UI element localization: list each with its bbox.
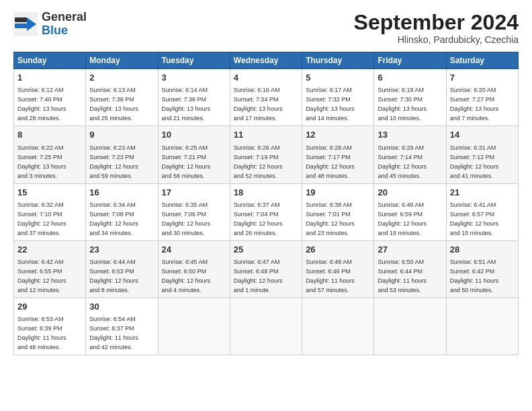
calendar-cell: 12Sunrise: 6:28 AMSunset: 7:17 PMDayligh… — [302, 126, 374, 183]
day-number: 12 — [306, 129, 370, 141]
calendar-cell: 5Sunrise: 6:17 AMSunset: 7:32 PMDaylight… — [302, 69, 374, 126]
logo-icon — [13, 12, 38, 36]
day-info: Sunrise: 6:35 AMSunset: 7:06 PMDaylight:… — [162, 201, 211, 236]
location-subtitle: Hlinsko, Pardubicky, Czechia — [354, 34, 519, 45]
day-number: 14 — [450, 129, 515, 141]
day-number: 11 — [234, 129, 298, 141]
header-day-saturday: Saturday — [446, 52, 518, 69]
day-info: Sunrise: 6:16 AMSunset: 7:34 PMDaylight:… — [234, 87, 283, 122]
day-info: Sunrise: 6:42 AMSunset: 6:55 PMDaylight:… — [17, 259, 66, 293]
calendar-cell: 25Sunrise: 6:47 AMSunset: 6:48 PMDayligh… — [230, 240, 302, 298]
calendar-cell: 29Sunrise: 6:53 AMSunset: 6:39 PMDayligh… — [14, 298, 86, 355]
day-number: 20 — [378, 187, 442, 199]
calendar-cell: 14Sunrise: 6:31 AMSunset: 7:12 PMDayligh… — [446, 126, 518, 183]
day-info: Sunrise: 6:19 AMSunset: 7:30 PMDaylight:… — [378, 87, 427, 122]
day-info: Sunrise: 6:29 AMSunset: 7:14 PMDaylight:… — [378, 144, 427, 179]
day-number: 28 — [450, 244, 515, 256]
calendar-cell: 4Sunrise: 6:16 AMSunset: 7:34 PMDaylight… — [230, 69, 302, 126]
logo-blue-text: Blue — [42, 24, 68, 37]
day-info: Sunrise: 6:51 AMSunset: 6:42 PMDaylight:… — [450, 259, 499, 293]
day-number: 3 — [162, 72, 226, 84]
calendar-cell — [446, 298, 518, 355]
day-info: Sunrise: 6:47 AMSunset: 6:48 PMDaylight:… — [234, 259, 283, 293]
header-day-friday: Friday — [374, 52, 446, 69]
calendar-cell: 22Sunrise: 6:42 AMSunset: 6:55 PMDayligh… — [14, 240, 86, 298]
day-number: 21 — [450, 187, 515, 199]
day-info: Sunrise: 6:41 AMSunset: 6:57 PMDaylight:… — [450, 201, 499, 236]
calendar-week-2: 8Sunrise: 6:22 AMSunset: 7:25 PMDaylight… — [14, 126, 519, 183]
calendar-cell: 19Sunrise: 6:38 AMSunset: 7:01 PMDayligh… — [302, 183, 374, 240]
calendar-cell — [158, 298, 230, 355]
day-number: 2 — [89, 72, 154, 84]
header-day-tuesday: Tuesday — [158, 52, 230, 69]
day-number: 10 — [162, 129, 226, 141]
calendar-week-5: 29Sunrise: 6:53 AMSunset: 6:39 PMDayligh… — [14, 298, 519, 355]
day-info: Sunrise: 6:31 AMSunset: 7:12 PMDaylight:… — [450, 144, 499, 179]
month-title: September 2024 — [354, 11, 519, 34]
calendar-cell — [302, 298, 374, 355]
calendar-cell: 6Sunrise: 6:19 AMSunset: 7:30 PMDaylight… — [374, 69, 446, 126]
day-info: Sunrise: 6:40 AMSunset: 6:59 PMDaylight:… — [378, 201, 427, 236]
calendar-cell: 24Sunrise: 6:45 AMSunset: 6:50 PMDayligh… — [158, 240, 230, 298]
day-info: Sunrise: 6:32 AMSunset: 7:10 PMDaylight:… — [17, 201, 66, 236]
day-info: Sunrise: 6:12 AMSunset: 7:40 PMDaylight:… — [17, 87, 66, 122]
calendar-cell: 16Sunrise: 6:34 AMSunset: 7:08 PMDayligh… — [86, 183, 158, 240]
day-number: 26 — [306, 244, 370, 256]
day-number: 7 — [450, 72, 515, 84]
calendar-week-3: 15Sunrise: 6:32 AMSunset: 7:10 PMDayligh… — [14, 183, 519, 240]
day-number: 15 — [17, 187, 82, 199]
calendar-cell: 28Sunrise: 6:51 AMSunset: 6:42 PMDayligh… — [446, 240, 518, 298]
calendar-cell: 23Sunrise: 6:44 AMSunset: 6:53 PMDayligh… — [86, 240, 158, 298]
day-info: Sunrise: 6:13 AMSunset: 7:38 PMDaylight:… — [89, 87, 138, 122]
calendar-cell: 18Sunrise: 6:37 AMSunset: 7:04 PMDayligh… — [230, 183, 302, 240]
day-info: Sunrise: 6:37 AMSunset: 7:04 PMDaylight:… — [234, 201, 283, 236]
calendar-cell: 15Sunrise: 6:32 AMSunset: 7:10 PMDayligh… — [14, 183, 86, 240]
calendar-cell: 26Sunrise: 6:48 AMSunset: 6:46 PMDayligh… — [302, 240, 374, 298]
day-number: 1 — [17, 72, 82, 84]
header-day-sunday: Sunday — [14, 52, 86, 69]
day-number: 4 — [234, 72, 298, 84]
day-info: Sunrise: 6:53 AMSunset: 6:39 PMDaylight:… — [17, 316, 66, 351]
day-number: 5 — [306, 72, 370, 84]
day-number: 13 — [378, 129, 442, 141]
day-info: Sunrise: 6:22 AMSunset: 7:25 PMDaylight:… — [17, 144, 66, 179]
day-number: 9 — [89, 129, 154, 141]
calendar-cell: 2Sunrise: 6:13 AMSunset: 7:38 PMDaylight… — [86, 69, 158, 126]
day-info: Sunrise: 6:48 AMSunset: 6:46 PMDaylight:… — [306, 259, 355, 293]
day-number: 24 — [162, 244, 226, 256]
day-info: Sunrise: 6:45 AMSunset: 6:50 PMDaylight:… — [162, 259, 211, 293]
svg-rect-3 — [15, 24, 27, 28]
day-info: Sunrise: 6:50 AMSunset: 6:44 PMDaylight:… — [378, 259, 427, 293]
day-info: Sunrise: 6:54 AMSunset: 6:37 PMDaylight:… — [89, 316, 138, 351]
day-info: Sunrise: 6:17 AMSunset: 7:32 PMDaylight:… — [306, 87, 355, 122]
calendar-cell: 8Sunrise: 6:22 AMSunset: 7:25 PMDaylight… — [14, 126, 86, 183]
day-number: 16 — [89, 187, 154, 199]
logo: General Blue — [13, 11, 87, 38]
calendar-week-4: 22Sunrise: 6:42 AMSunset: 6:55 PMDayligh… — [14, 240, 519, 298]
day-info: Sunrise: 6:23 AMSunset: 7:23 PMDaylight:… — [89, 144, 138, 179]
day-info: Sunrise: 6:26 AMSunset: 7:19 PMDaylight:… — [234, 144, 283, 179]
day-number: 18 — [234, 187, 298, 199]
calendar-cell: 11Sunrise: 6:26 AMSunset: 7:19 PMDayligh… — [230, 126, 302, 183]
day-number: 25 — [234, 244, 298, 256]
day-number: 22 — [17, 244, 82, 256]
day-info: Sunrise: 6:25 AMSunset: 7:21 PMDaylight:… — [162, 144, 211, 179]
calendar-cell: 7Sunrise: 6:20 AMSunset: 7:27 PMDaylight… — [446, 69, 518, 126]
calendar-cell: 30Sunrise: 6:54 AMSunset: 6:37 PMDayligh… — [86, 298, 158, 355]
day-info: Sunrise: 6:28 AMSunset: 7:17 PMDaylight:… — [306, 144, 355, 179]
logo-general-text: General — [42, 10, 87, 24]
day-number: 8 — [17, 129, 82, 141]
header-day-thursday: Thursday — [302, 52, 374, 69]
calendar-cell: 3Sunrise: 6:14 AMSunset: 7:36 PMDaylight… — [158, 69, 230, 126]
day-info: Sunrise: 6:20 AMSunset: 7:27 PMDaylight:… — [450, 87, 499, 122]
calendar-cell: 1Sunrise: 6:12 AMSunset: 7:40 PMDaylight… — [14, 69, 86, 126]
day-number: 17 — [162, 187, 226, 199]
calendar-cell — [374, 298, 446, 355]
calendar-cell — [230, 298, 302, 355]
calendar-cell: 10Sunrise: 6:25 AMSunset: 7:21 PMDayligh… — [158, 126, 230, 183]
title-block: September 2024 Hlinsko, Pardubicky, Czec… — [354, 11, 519, 45]
calendar-cell: 13Sunrise: 6:29 AMSunset: 7:14 PMDayligh… — [374, 126, 446, 183]
calendar-table: SundayMondayTuesdayWednesdayThursdayFrid… — [13, 52, 519, 355]
day-info: Sunrise: 6:38 AMSunset: 7:01 PMDaylight:… — [306, 201, 355, 236]
day-number: 23 — [89, 244, 154, 256]
